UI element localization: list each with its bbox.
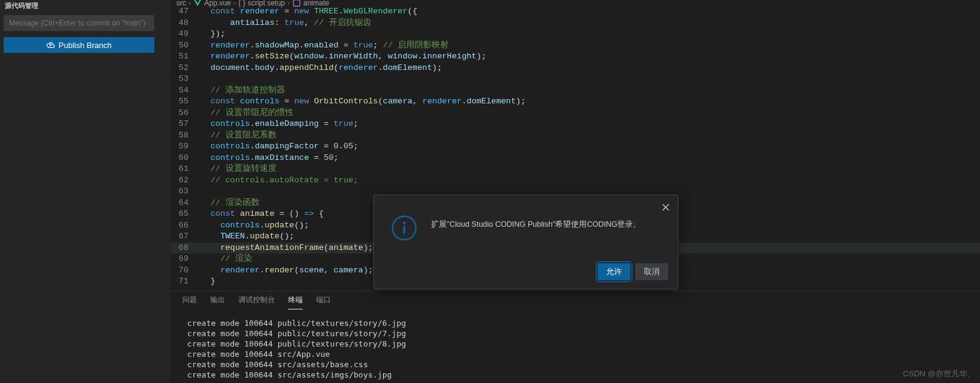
code-line[interactable]: 62 // controls.autoRotate = true; xyxy=(170,175,980,187)
line-number: 71 xyxy=(170,276,201,288)
code-line[interactable]: 53 xyxy=(170,74,980,85)
code-line[interactable]: 61 // 设置旋转速度 xyxy=(170,164,980,175)
auth-dialog: 扩展"Cloud Studio CODING Publish"希望使用CODIN… xyxy=(373,195,678,289)
dialog-message: 扩展"Cloud Studio CODING Publish"希望使用CODIN… xyxy=(431,215,641,230)
line-number: 52 xyxy=(170,63,201,74)
breadcrumb[interactable]: src› App.vue› { } script setup› animate xyxy=(170,0,980,6)
cloud-upload-icon xyxy=(46,41,55,49)
scm-sidebar: 源代码管理 Publish Branch xyxy=(0,0,170,383)
line-number: 70 xyxy=(170,265,201,277)
code-line[interactable]: 56 // 设置带阻尼的惯性 xyxy=(170,108,980,119)
code-line[interactable]: 51 renderer.setSize(window.innerWidth, w… xyxy=(170,51,980,63)
scm-title: 源代码管理 xyxy=(0,0,170,13)
line-number: 64 xyxy=(170,198,201,209)
panel-tab-4[interactable]: 端口 xyxy=(316,295,331,309)
panel-tab-2[interactable]: 调试控制台 xyxy=(238,295,275,309)
dialog-cancel-button[interactable]: 取消 xyxy=(635,263,668,280)
line-number: 61 xyxy=(170,164,201,175)
publish-branch-button[interactable]: Publish Branch xyxy=(4,37,154,53)
line-number: 60 xyxy=(170,153,201,164)
dialog-allow-button[interactable]: 允许 xyxy=(598,263,630,280)
code-line[interactable]: 60 controls.maxDistance = 50; xyxy=(170,153,980,164)
code-line[interactable]: 48 antialias: true, // 开启抗锯齿 xyxy=(170,18,980,29)
line-number: 63 xyxy=(170,186,201,198)
code-line[interactable]: 49 }); xyxy=(170,29,980,40)
line-number: 57 xyxy=(170,119,201,130)
line-number: 59 xyxy=(170,141,201,153)
svg-point-2 xyxy=(403,221,406,224)
line-number: 67 xyxy=(170,231,201,243)
info-icon xyxy=(391,215,418,241)
line-number: 58 xyxy=(170,130,201,142)
code-line[interactable]: 59 controls.dampingFactor = 0.05; xyxy=(170,141,980,153)
line-number: 47 xyxy=(170,6,201,18)
code-line[interactable]: 57 controls.enableDamping = true; xyxy=(170,119,980,130)
line-number: 66 xyxy=(170,220,201,232)
code-line[interactable]: 55 const controls = new OrbitControls(ca… xyxy=(170,96,980,108)
watermark: CSDN @亦世凡华、 xyxy=(903,368,975,379)
code-line[interactable]: 50 renderer.shadowMap.enabled = true; //… xyxy=(170,40,980,52)
panel-tab-1[interactable]: 输出 xyxy=(210,295,225,309)
code-line[interactable]: 54 // 添加轨道控制器 xyxy=(170,85,980,97)
line-number: 48 xyxy=(170,18,201,29)
line-number: 62 xyxy=(170,175,201,187)
bottom-panel: 问题输出调试控制台终端端口 create mode 100644 public/… xyxy=(170,291,980,383)
line-number: 49 xyxy=(170,29,201,40)
code-line[interactable]: 52 document.body.appendChild(renderer.do… xyxy=(170,63,980,74)
line-number: 50 xyxy=(170,40,201,52)
panel-tab-0[interactable]: 问题 xyxy=(182,295,197,309)
close-icon xyxy=(661,203,670,212)
line-number: 54 xyxy=(170,85,201,97)
code-line[interactable]: 58 // 设置阻尼系数 xyxy=(170,130,980,142)
line-number: 65 xyxy=(170,209,201,220)
code-line[interactable]: 47 const renderer = new THREE.WebGLRende… xyxy=(170,6,980,18)
line-number: 53 xyxy=(170,74,201,85)
svg-rect-3 xyxy=(403,226,405,234)
line-number: 55 xyxy=(170,96,201,108)
line-number: 56 xyxy=(170,108,201,119)
panel-tabs: 问题输出调试控制台终端端口 xyxy=(170,291,980,309)
panel-tab-3[interactable]: 终端 xyxy=(288,295,303,309)
line-number: 51 xyxy=(170,51,201,63)
terminal-output[interactable]: create mode 100644 public/textures/story… xyxy=(170,309,980,380)
dialog-close-button[interactable] xyxy=(658,200,673,215)
commit-message-input[interactable] xyxy=(4,15,154,31)
line-number: 69 xyxy=(170,254,201,265)
svg-rect-0 xyxy=(294,0,300,6)
publish-branch-label: Publish Branch xyxy=(58,41,111,50)
line-number: 68 xyxy=(170,243,201,254)
